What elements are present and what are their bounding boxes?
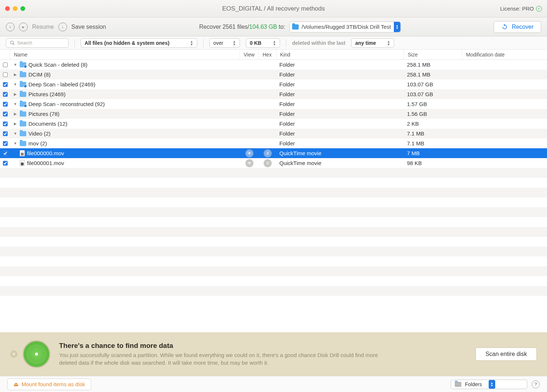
chevron-updown-icon: ▲▼	[273, 40, 276, 46]
divider	[203, 39, 203, 47]
chevron-down-icon[interactable]: ▼	[13, 132, 18, 136]
row-name: Documents (12)	[28, 121, 67, 127]
table-row-empty	[0, 276, 547, 286]
stepper-icon[interactable]: ▲▼	[394, 22, 400, 32]
table-row-empty	[0, 256, 547, 266]
row-checkbox[interactable]	[3, 121, 8, 126]
row-name: DCIM (8)	[28, 71, 51, 78]
table-row[interactable]: ▶DCIM (8)Folder258.1 MB	[0, 70, 547, 79]
table-row[interactable]: file000001.mov👁#QuickTime movie98 KB	[0, 158, 547, 168]
table-row[interactable]: ▼Deep Scan - reconstructed (92)Folder1.5…	[0, 99, 547, 109]
row-size: 258.1 MB	[404, 62, 462, 68]
stepper-icon[interactable]: ▲▼	[489, 380, 495, 389]
row-size: 7.1 MB	[404, 130, 462, 137]
chevron-down-icon[interactable]: ▼	[13, 63, 18, 67]
row-checkbox[interactable]	[3, 161, 8, 166]
column-view[interactable]: View	[240, 50, 259, 59]
row-kind: QuickTime movie	[276, 150, 404, 156]
folder-icon	[20, 72, 26, 77]
close-banner-button[interactable]: ✕	[10, 350, 18, 358]
row-name: mov (2)	[28, 140, 47, 146]
chevron-right-icon[interactable]: ▶	[13, 72, 18, 77]
table-row-empty	[0, 168, 547, 178]
column-mod[interactable]: Modification date	[462, 50, 547, 59]
table-row[interactable]: ▶Pictures (2469)Folder103.07 GB	[0, 89, 547, 99]
window-controls	[5, 6, 25, 11]
file-icon	[20, 150, 25, 156]
resume-button[interactable]: Resume	[32, 24, 54, 30]
zoom-window-icon[interactable]	[20, 6, 25, 11]
table-row[interactable]: file000000.mov👁#QuickTime movie7 MB	[0, 148, 547, 158]
chevron-right-icon[interactable]: ▶	[13, 112, 18, 116]
recover-button-label: Recover	[512, 24, 534, 30]
destination-path-field[interactable]: /Volumes/Rugged 3TB/Disk Drill Test ▲▼	[290, 21, 401, 32]
folder-icon	[20, 92, 26, 97]
folder-icon	[20, 82, 26, 87]
row-checkbox[interactable]	[3, 62, 8, 67]
row-checkbox[interactable]	[3, 141, 8, 146]
row-checkbox[interactable]	[3, 131, 8, 136]
recover-button[interactable]: Recover	[494, 21, 541, 33]
row-name: Video (2)	[28, 130, 51, 137]
back-button[interactable]: ‹	[6, 23, 15, 31]
license-label[interactable]: License: PRO ✓	[500, 5, 542, 12]
chevron-right-icon[interactable]: ▶	[13, 122, 18, 126]
close-window-icon[interactable]	[5, 6, 10, 11]
column-kind[interactable]: Kind	[276, 50, 404, 59]
chevron-down-icon[interactable]: ▼	[13, 82, 18, 86]
table-row-empty	[0, 286, 547, 296]
chevron-down-icon[interactable]: ▼	[13, 141, 18, 145]
column-size[interactable]: Size	[404, 50, 462, 59]
column-hex[interactable]: Hex	[259, 50, 276, 59]
view-mode-dropdown[interactable]: Folders ▲▼	[451, 380, 527, 389]
column-name[interactable]: Name	[10, 50, 240, 59]
save-session-button[interactable]: Save session	[71, 24, 106, 30]
row-checkbox[interactable]	[3, 111, 8, 117]
table-row-empty	[0, 266, 547, 276]
table-row[interactable]: ▼mov (2)Folder7.1 MB	[0, 138, 547, 148]
row-checkbox[interactable]	[3, 151, 8, 156]
row-kind: Folder	[276, 71, 404, 78]
row-name: Deep Scan - reconstructed (92)	[28, 101, 105, 107]
file-filter-dropdown[interactable]: All files (no hidden & system ones) ▲▼	[81, 38, 197, 48]
mount-button[interactable]: ⏏ Mount found items as disk	[7, 379, 91, 390]
hex-icon[interactable]: #	[264, 149, 272, 157]
recover-count: Recover 2561 files/	[199, 24, 249, 30]
search-input[interactable]: Search	[6, 38, 69, 48]
size-filter-dropdown[interactable]: 0 KB ▲▼	[246, 38, 280, 48]
download-icon[interactable]: ↓	[58, 23, 67, 31]
row-size: 2 KB	[404, 121, 462, 127]
table-row[interactable]: ▼Quick Scan - deleted (8)Folder258.1 MB	[0, 60, 547, 70]
play-icon[interactable]: ▸	[19, 23, 28, 31]
preview-icon[interactable]: 👁	[245, 149, 253, 157]
row-checkbox[interactable]	[3, 102, 8, 107]
scan-entire-disk-button[interactable]: Scan entire disk	[476, 348, 537, 361]
row-checkbox[interactable]	[3, 72, 8, 77]
hex-icon[interactable]: #	[264, 159, 272, 167]
time-filter-dropdown[interactable]: any time ▲▼	[351, 38, 394, 48]
chevron-updown-icon: ▲▼	[190, 40, 193, 46]
row-size: 258.1 MB	[404, 71, 462, 78]
row-size: 1.57 GB	[404, 101, 462, 107]
minimize-window-icon[interactable]	[13, 6, 18, 11]
table-row[interactable]: ▶Documents (12)Folder2 KB	[0, 119, 547, 129]
row-checkbox[interactable]	[3, 92, 8, 97]
table-row-empty	[0, 197, 547, 207]
search-icon	[10, 40, 15, 46]
table-row[interactable]: ▼Deep Scan - labeled (2469)Folder103.07 …	[0, 79, 547, 89]
row-checkbox[interactable]	[3, 82, 8, 87]
divider	[74, 39, 75, 47]
column-checkbox[interactable]	[0, 50, 10, 59]
table-row[interactable]: ▼Video (2)Folder7.1 MB	[0, 129, 547, 138]
license-text: License: PRO	[500, 5, 534, 12]
comparison-dropdown[interactable]: over ▲▼	[209, 38, 240, 48]
chevron-right-icon[interactable]: ▶	[13, 92, 18, 96]
help-button[interactable]: ?	[532, 380, 540, 388]
preview-icon[interactable]: 👁	[245, 159, 253, 167]
file-tree[interactable]: ▼Quick Scan - deleted (8)Folder258.1 MB▶…	[0, 60, 547, 332]
row-name: file000000.mov	[27, 150, 64, 156]
row-kind: Folder	[276, 91, 404, 97]
chevron-down-icon[interactable]: ▼	[13, 102, 18, 106]
table-row[interactable]: ▶Pictures (78)Folder1.56 GB	[0, 109, 547, 119]
row-name: Pictures (78)	[28, 111, 59, 117]
